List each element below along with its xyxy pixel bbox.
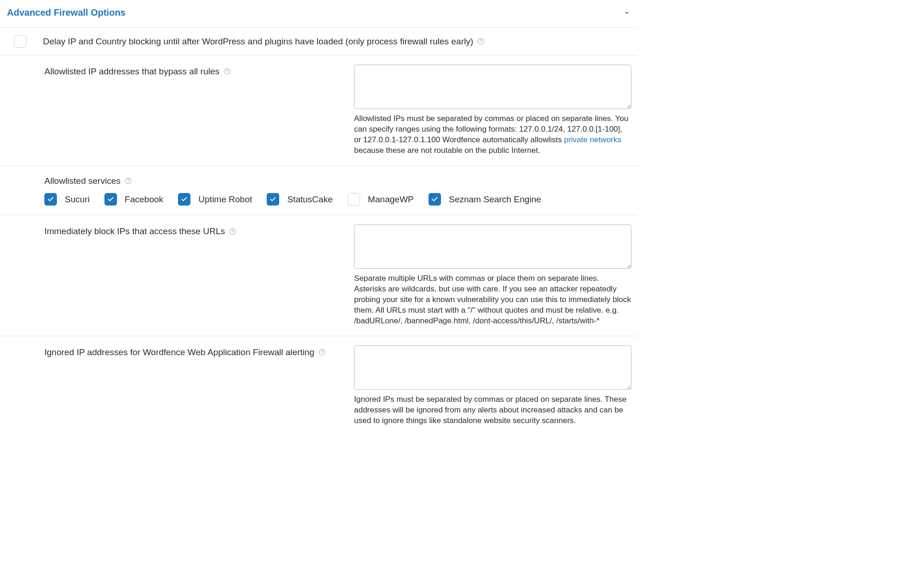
service-label: Facebook <box>125 194 163 206</box>
section-title: Advanced Firewall Options <box>7 6 126 19</box>
service-item-seznam: Seznam Search Engine <box>428 193 541 206</box>
row-allowlisted-services: Allowlisted services SucuriFacebookUptim… <box>0 166 638 216</box>
ignored-ips-help: Ignored IPs must be separated by commas … <box>354 394 631 426</box>
service-item-managewp: ManageWP <box>348 193 414 206</box>
help-icon[interactable] <box>229 228 237 236</box>
allowlisted-ips-help: Allowlisted IPs must be separated by com… <box>354 114 631 156</box>
svg-point-1 <box>481 42 481 43</box>
block-urls-help: Separate multiple URLs with commas or pl… <box>354 273 631 327</box>
service-item-statuscake: StatusCake <box>267 193 332 206</box>
service-label: Uptime Robot <box>198 194 252 206</box>
allowlisted-ips-textarea[interactable] <box>354 65 631 109</box>
service-checkbox-uptime-robot[interactable] <box>178 193 190 206</box>
service-item-sucuri: Sucuri <box>44 193 90 206</box>
row-delay-ip-blocking: Delay IP and Country blocking until afte… <box>0 28 638 55</box>
block-urls-label: Immediately block IPs that access these … <box>44 225 225 237</box>
service-item-uptime-robot: Uptime Robot <box>178 193 252 206</box>
ignored-ips-label: Ignored IP addresses for Wordfence Web A… <box>44 346 314 358</box>
service-checkbox-facebook[interactable] <box>104 193 117 206</box>
help-icon[interactable] <box>124 177 132 185</box>
delay-ip-blocking-label: Delay IP and Country blocking until afte… <box>43 36 473 48</box>
block-urls-textarea[interactable] <box>354 224 631 269</box>
allowlisted-services-label: Allowlisted services <box>44 175 121 187</box>
service-item-facebook: Facebook <box>104 193 163 206</box>
delay-ip-blocking-checkbox[interactable] <box>14 35 26 48</box>
row-block-urls: Immediately block IPs that access these … <box>0 215 638 336</box>
chevron-down-icon[interactable] <box>623 9 631 17</box>
service-label: ManageWP <box>368 194 414 206</box>
svg-point-7 <box>233 233 233 233</box>
help-icon[interactable] <box>318 348 326 356</box>
row-ignored-ips: Ignored IP addresses for Wordfence Web A… <box>0 336 638 436</box>
section-header[interactable]: Advanced Firewall Options <box>0 0 638 28</box>
ignored-ips-textarea[interactable] <box>354 345 631 390</box>
service-label: Seznam Search Engine <box>449 194 541 206</box>
help-icon[interactable] <box>223 67 231 75</box>
service-label: Sucuri <box>65 194 90 206</box>
service-checkbox-seznam[interactable] <box>428 193 441 206</box>
service-checkbox-managewp[interactable] <box>348 193 360 206</box>
svg-point-9 <box>322 354 322 354</box>
private-networks-link[interactable]: private networks <box>564 135 621 144</box>
service-checkbox-sucuri[interactable] <box>44 193 57 206</box>
allowlisted-ips-label: Allowlisted IP addresses that bypass all… <box>44 66 220 78</box>
svg-point-5 <box>128 182 129 183</box>
service-label: StatusCake <box>287 194 332 206</box>
svg-point-3 <box>227 73 227 73</box>
row-allowlisted-ips: Allowlisted IP addresses that bypass all… <box>0 55 638 166</box>
service-checkbox-statuscake[interactable] <box>267 193 279 206</box>
help-icon[interactable] <box>477 37 485 45</box>
